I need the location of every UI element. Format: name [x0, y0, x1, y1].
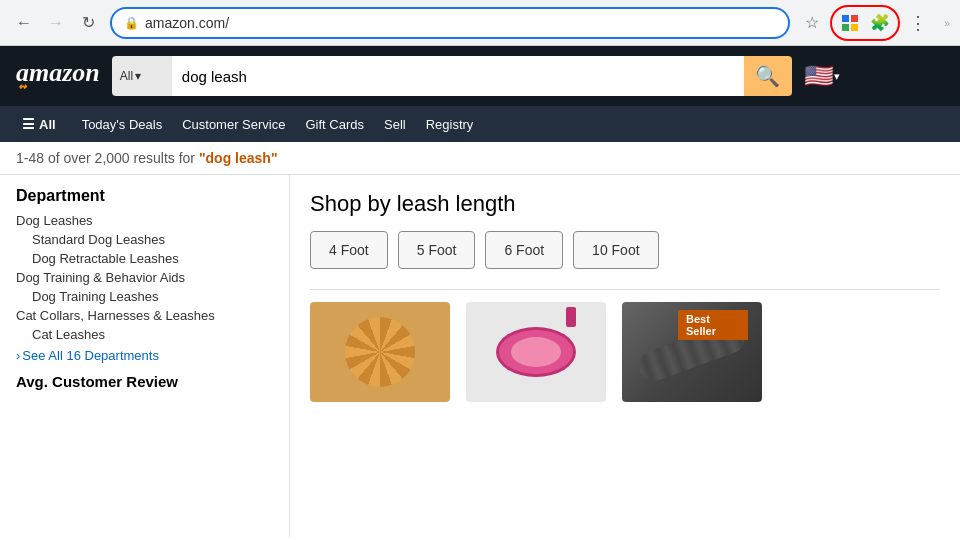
sidebar-item-dog-leashes[interactable]: Dog Leashes — [16, 211, 273, 230]
avg-review-title: Avg. Customer Review — [16, 373, 273, 390]
bookmark-icon[interactable]: ☆ — [798, 9, 826, 37]
more-options-button[interactable]: ⋮ — [904, 9, 932, 37]
svg-rect-0 — [842, 15, 849, 22]
flag-selector[interactable]: 🇺🇸 ▾ — [804, 62, 840, 90]
reload-button[interactable]: ↻ — [74, 9, 102, 37]
leash-length-buttons: 4 Foot 5 Foot 6 Foot 10 Foot — [310, 231, 940, 269]
leash-6foot-button[interactable]: 6 Foot — [485, 231, 563, 269]
product-image-1 — [310, 302, 450, 402]
product-card-3[interactable]: Best Seller — [622, 302, 762, 402]
nav-registry[interactable]: Registry — [426, 117, 474, 132]
search-category-dropdown[interactable]: All ▾ — [112, 56, 172, 96]
bowl-product-image — [466, 302, 606, 402]
results-query: "dog leash" — [199, 150, 278, 166]
back-button[interactable]: ← — [10, 9, 38, 37]
svg-rect-1 — [851, 15, 858, 22]
svg-rect-3 — [851, 24, 858, 31]
avg-review-section: Avg. Customer Review — [16, 373, 273, 390]
rope-circle-shape — [345, 317, 415, 387]
results-bar: 1-48 of over 2,000 results for "dog leas… — [0, 142, 960, 175]
grid-extension-icon[interactable] — [836, 9, 864, 37]
url-text: amazon.com/ — [145, 15, 776, 31]
hamburger-icon: ☰ — [22, 116, 35, 132]
product-card-1[interactable] — [310, 302, 450, 402]
see-all-label: See All 16 Departments — [22, 348, 159, 363]
sidebar: Department Dog Leashes Standard Dog Leas… — [0, 175, 290, 537]
product-image-2 — [466, 302, 606, 402]
puzzle-extension-icon[interactable]: 🧩 — [866, 9, 894, 37]
leash-10foot-button[interactable]: 10 Foot — [573, 231, 658, 269]
bowl-shape — [496, 327, 576, 377]
results-label: results for — [134, 150, 199, 166]
main-content: Department Dog Leashes Standard Dog Leas… — [0, 175, 960, 537]
amazon-header: amazon ↭ All ▾ 🔍 🇺🇸 ▾ — [0, 46, 960, 106]
sidebar-item-cat-collars[interactable]: Cat Collars, Harnesses & Leashes — [16, 306, 273, 325]
forward-button[interactable]: → — [42, 9, 70, 37]
amazon-smile-icon: ↭ — [18, 82, 26, 92]
browser-nav-buttons: ← → ↻ — [10, 9, 102, 37]
lock-icon: 🔒 — [124, 16, 139, 30]
browser-actions: ☆ 🧩 ⋮ — [798, 5, 932, 41]
sidebar-item-dog-training-leashes[interactable]: Dog Training Leashes — [32, 287, 273, 306]
category-label: All — [120, 69, 133, 83]
amazon-logo[interactable]: amazon ↭ — [16, 60, 100, 92]
dropdown-chevron-icon: ▾ — [135, 69, 141, 83]
nav-bar: ☰ All Today's Deals Customer Service Gif… — [0, 106, 960, 142]
department-title: Department — [16, 187, 273, 205]
nav-gift-cards[interactable]: Gift Cards — [305, 117, 364, 132]
search-input[interactable] — [172, 56, 744, 96]
sidebar-item-training-behavior[interactable]: Dog Training & Behavior Aids — [16, 268, 273, 287]
browser-chrome: ← → ↻ 🔒 amazon.com/ ☆ 🧩 ⋮ » — [0, 0, 960, 46]
sidebar-item-cat-leashes[interactable]: Cat Leashes — [32, 325, 273, 344]
see-all-departments-link[interactable]: › See All 16 Departments — [16, 348, 273, 363]
nav-customer-service[interactable]: Customer Service — [182, 117, 285, 132]
flag-chevron-icon: ▾ — [834, 70, 840, 83]
resize-hint: » — [944, 17, 950, 29]
nav-all-button[interactable]: ☰ All — [16, 112, 62, 136]
product-area: Shop by leash length 4 Foot 5 Foot 6 Foo… — [290, 175, 960, 537]
results-count: 1-48 of over 2,000 — [16, 150, 130, 166]
search-icon: 🔍 — [755, 64, 780, 88]
rope-product-image — [310, 302, 450, 402]
chevron-down-icon: › — [16, 348, 20, 363]
address-bar[interactable]: 🔒 amazon.com/ — [110, 7, 790, 39]
svg-rect-2 — [842, 24, 849, 31]
search-container: All ▾ 🔍 — [112, 56, 792, 96]
product-card-2[interactable] — [466, 302, 606, 402]
best-seller-badge: Best Seller — [678, 310, 748, 340]
amazon-logo-text: amazon — [16, 60, 100, 86]
extensions-group: 🧩 — [830, 5, 900, 41]
nav-todays-deals[interactable]: Today's Deals — [82, 117, 163, 132]
sidebar-item-dog-retractable[interactable]: Dog Retractable Leashes — [32, 249, 273, 268]
section-divider — [310, 289, 940, 290]
leash-4foot-button[interactable]: 4 Foot — [310, 231, 388, 269]
shop-by-title: Shop by leash length — [310, 191, 940, 217]
product-image-3: Best Seller — [622, 302, 762, 402]
bowl-clip — [566, 307, 576, 327]
flag-icon: 🇺🇸 — [804, 62, 834, 90]
search-button[interactable]: 🔍 — [744, 56, 792, 96]
products-row: Best Seller — [310, 302, 940, 402]
leash-5foot-button[interactable]: 5 Foot — [398, 231, 476, 269]
nav-all-label: All — [39, 117, 56, 132]
nav-sell[interactable]: Sell — [384, 117, 406, 132]
bowl-inner — [511, 337, 561, 367]
sidebar-item-standard-dog-leashes[interactable]: Standard Dog Leashes — [32, 230, 273, 249]
